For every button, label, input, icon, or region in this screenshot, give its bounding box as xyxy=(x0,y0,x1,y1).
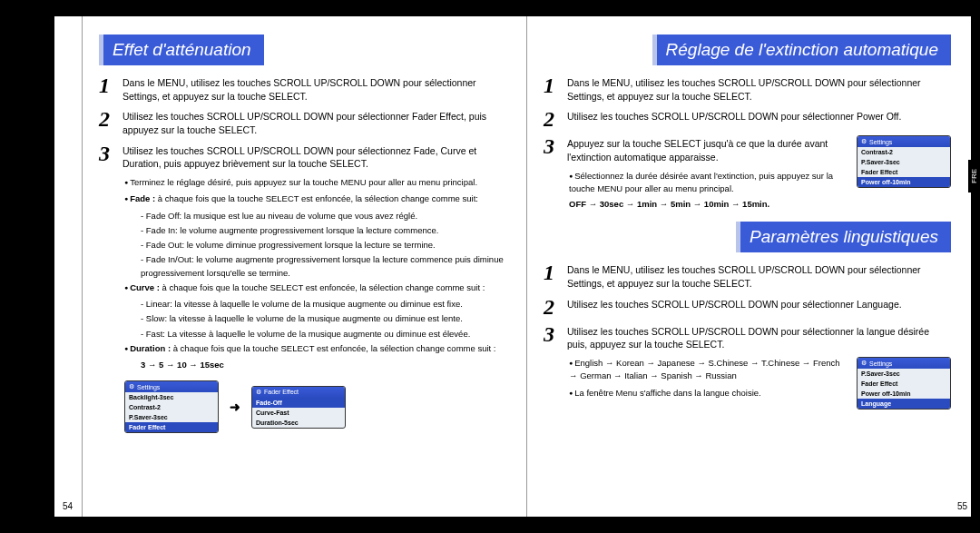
heading-auto-off: Réglage de l'extinction automatique xyxy=(652,35,951,65)
step-2: 2 Utilisez les touches SCROLL UP/SCROLL … xyxy=(544,296,951,318)
fade-out: - Fade Out: le volume diminue progressiv… xyxy=(141,239,506,252)
step-num: 2 xyxy=(544,108,567,130)
frame-left xyxy=(0,0,54,533)
device-row-selected: Fade-Off xyxy=(252,398,345,408)
step-3: 3 Utilisez les touches SCROLL UP/SCROLL … xyxy=(544,323,951,351)
device-language: Settings P.Saver-3sec Fader Effect Power… xyxy=(857,357,951,410)
step-text: Utilisez les touches SCROLL UP/SCROLL DO… xyxy=(567,296,902,318)
device-settings: Settings Backlight-3sec Contrast-2 P.Sav… xyxy=(124,380,219,433)
device-title: Settings xyxy=(858,358,950,369)
bullet-list: Terminez le réglage désiré, puis appuyez… xyxy=(124,176,506,371)
bullet-curve: Curve : à chaque fois que la touche SELE… xyxy=(124,281,506,294)
arrow-icon: ➜ xyxy=(230,400,240,414)
manual-spread: Effet d'atténuation 1 Dans le MENU, util… xyxy=(0,0,980,533)
frame-top xyxy=(0,0,980,16)
step-num: 2 xyxy=(544,296,567,318)
step-text: Utilisez les touches SCROLL UP/SCROLL DO… xyxy=(122,108,506,136)
frame-bottom xyxy=(0,517,980,533)
bullet-fade: Fade : Fade : à chaque fois que la touch… xyxy=(124,192,506,205)
step-1: 1 Dans le MENU, utilisez les touches SCR… xyxy=(544,262,951,290)
heading-wrap-auto-off: Réglage de l'extinction automatique xyxy=(544,35,951,74)
step-text: Dans le MENU, utilisez les touches SCROL… xyxy=(122,74,506,103)
fade-in: - Fade In: le volume augmente progressiv… xyxy=(141,224,506,237)
step-text: Utilisez les touches SCROLL UP/SCROLL DO… xyxy=(567,323,951,351)
heading-language: Paramètres linguistiques xyxy=(736,222,951,252)
bullet-duration: Duration : à chaque fois que la touche S… xyxy=(124,342,506,355)
device-fader: Fader Effect Fade-Off Curve-Fast Duratio… xyxy=(251,386,346,429)
device-row-item: P.Saver-3sec xyxy=(125,412,218,422)
frame-right xyxy=(971,0,980,533)
curve-fast: - Fast: La vitesse à laquelle le volume … xyxy=(141,328,506,341)
page-number-right: 55 xyxy=(957,501,967,511)
device-row-selected: Fader Effect xyxy=(125,422,218,432)
duration-seq: 3 → 5 → 10 → 15sec xyxy=(141,359,506,371)
page-left: Effet d'atténuation 1 Dans le MENU, util… xyxy=(82,16,526,517)
step-num: 1 xyxy=(544,74,567,103)
device-row-item: Power off-10min xyxy=(858,389,950,399)
device-row-item: Fader Effect xyxy=(858,379,950,389)
device-row-selected: Language xyxy=(858,399,950,409)
device-row-item: Duration-5sec xyxy=(252,418,345,428)
page-number-left: 54 xyxy=(63,501,73,511)
step-1: 1 Dans le MENU, utilisez les touches SCR… xyxy=(544,74,951,103)
device-row: Settings Backlight-3sec Contrast-2 P.Sav… xyxy=(124,380,506,433)
device-row-item: P.Saver-3sec xyxy=(858,369,950,379)
sub-fade: - Fade Off: la musique est lue au niveau… xyxy=(141,210,506,280)
bullet-terminez: Terminez le réglage désiré, puis appuyez… xyxy=(124,176,506,189)
step-2: 2 Utilisez les touches SCROLL UP/SCROLL … xyxy=(99,108,506,136)
heading-fader: Effet d'atténuation xyxy=(99,35,264,65)
device-row-item: P.Saver-3sec xyxy=(858,157,950,167)
step-num: 1 xyxy=(99,74,122,103)
device-row-item: Contrast-2 xyxy=(858,147,950,157)
step-text: Utilisez les touches SCROLL UP/SCROLL DO… xyxy=(567,108,901,130)
step-text: Dans le MENU, utilisez les touches SCROL… xyxy=(567,262,951,290)
step-2: 2 Utilisez les touches SCROLL UP/SCROLL … xyxy=(544,108,951,130)
step-3: 3 Utilisez les touches SCROLL UP/SCROLL … xyxy=(99,143,506,171)
device-title: Settings xyxy=(858,136,950,147)
poweroff-sequence: OFF → 30sec → 1min → 5min → 10min → 15mi… xyxy=(569,199,951,209)
language-tab: FRE xyxy=(968,160,980,192)
device-row-item: Backlight-3sec xyxy=(125,392,218,402)
device-row-item: Curve-Fast xyxy=(252,408,345,418)
curve-slow: - Slow: la vitesse à laquelle le volume … xyxy=(141,312,506,325)
content-area: Effet d'atténuation 1 Dans le MENU, util… xyxy=(54,16,971,517)
step-num: 3 xyxy=(544,323,567,351)
fade-off: - Fade Off: la musique est lue au niveau… xyxy=(141,210,506,222)
device-row-item: Fader Effect xyxy=(858,167,950,177)
step-text: Appuyez sur la touche SELECT jusqu'à ce … xyxy=(567,135,849,163)
device-title: Fader Effect xyxy=(252,387,345,398)
step-num: 3 xyxy=(99,143,122,171)
sub-curve: - Linear: la vitesse à laquelle le volum… xyxy=(141,298,506,341)
device-row-item: Contrast-2 xyxy=(125,402,218,412)
curve-linear: - Linear: la vitesse à laquelle le volum… xyxy=(141,298,506,311)
device-poweroff: Settings Contrast-2 P.Saver-3sec Fader E… xyxy=(857,135,951,188)
heading-wrap-lang: Paramètres linguistiques xyxy=(544,222,951,262)
step-text: Utilisez les touches SCROLL UP/SCROLL DO… xyxy=(122,143,506,171)
step-num: 1 xyxy=(544,262,567,290)
fade-inout: - Fade In/Out: le volume augmente progre… xyxy=(141,253,506,280)
step-num: 2 xyxy=(99,108,122,136)
step-text: Dans le MENU, utilisez les touches SCROL… xyxy=(567,74,951,103)
page-right: FRE Réglage de l'extinction automatique … xyxy=(526,16,971,517)
device-row-selected: Power off-10min xyxy=(858,177,950,187)
device-title: Settings xyxy=(125,381,218,392)
step-3: 3 Appuyez sur la touche SELECT jusqu'à c… xyxy=(544,135,849,163)
step-num: 3 xyxy=(544,135,567,163)
step-1: 1 Dans le MENU, utilisez les touches SCR… xyxy=(99,74,506,103)
